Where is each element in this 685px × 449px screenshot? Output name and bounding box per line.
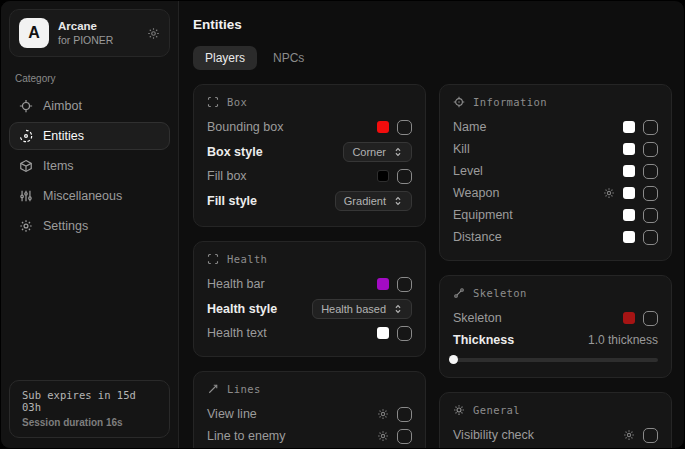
brand-card: A Arcane for PIONER xyxy=(9,9,170,57)
sun-icon xyxy=(453,404,465,416)
checkbox[interactable] xyxy=(643,164,658,179)
box-style-dropdown[interactable]: Corner xyxy=(343,142,412,162)
color-swatch[interactable] xyxy=(623,187,635,199)
checkbox[interactable] xyxy=(643,428,658,443)
cube-icon xyxy=(19,159,33,173)
card-lines: Lines View line Line to enemy xyxy=(193,371,426,448)
setting-label: Level xyxy=(453,164,483,178)
setting-row-visibility-check: Visibility check xyxy=(453,424,658,446)
gear-icon[interactable] xyxy=(377,430,389,442)
fill-style-dropdown[interactable]: Gradient xyxy=(335,191,412,211)
app-name: Arcane xyxy=(58,20,113,32)
setting-label: Equipment xyxy=(453,208,513,222)
color-swatch[interactable] xyxy=(377,170,389,182)
dropdown-value: Corner xyxy=(352,146,386,158)
setting-row-max-distance: Max distance 500m xyxy=(453,446,658,448)
bone-icon xyxy=(453,287,465,299)
target-icon xyxy=(453,96,465,108)
brand-text: Arcane for PIONER xyxy=(58,20,113,46)
checkbox[interactable] xyxy=(397,407,412,422)
gear-icon[interactable] xyxy=(623,429,635,441)
setting-label: Thickness xyxy=(453,333,514,347)
setting-row-box-style: Box style Corner xyxy=(207,138,412,165)
checkbox[interactable] xyxy=(643,208,658,223)
color-swatch[interactable] xyxy=(623,231,635,243)
thickness-slider[interactable] xyxy=(453,353,658,365)
checkbox[interactable] xyxy=(643,120,658,135)
color-swatch[interactable] xyxy=(377,278,389,290)
setting-label: Visibility check xyxy=(453,428,534,442)
color-swatch[interactable] xyxy=(623,165,635,177)
setting-label: Distance xyxy=(453,230,502,244)
checkbox[interactable] xyxy=(643,186,658,201)
page-title: Entities xyxy=(193,17,672,32)
tab-players[interactable]: Players xyxy=(193,46,257,70)
sidebar-item-settings[interactable]: Settings xyxy=(9,212,170,240)
checkbox[interactable] xyxy=(397,169,412,184)
entities-icon xyxy=(19,129,33,143)
setting-row-view-line: View line xyxy=(207,403,412,425)
unfold-icon xyxy=(393,196,403,206)
slider-thumb[interactable] xyxy=(449,355,458,364)
session-duration-text: Session duration 16s xyxy=(22,417,157,428)
gear-icon[interactable] xyxy=(603,187,615,199)
checkbox[interactable] xyxy=(643,230,658,245)
color-swatch[interactable] xyxy=(377,327,389,339)
color-swatch[interactable] xyxy=(623,121,635,133)
checkbox[interactable] xyxy=(397,429,412,444)
tab-npcs[interactable]: NPCs xyxy=(261,46,316,70)
color-swatch[interactable] xyxy=(377,121,389,133)
setting-row-weapon: Weapon xyxy=(453,182,658,204)
gear-icon[interactable] xyxy=(377,408,389,420)
unfold-icon xyxy=(393,147,403,157)
sub-expiry-text: Sub expires in 15d 03h xyxy=(22,389,157,413)
card-skeleton-header: Skeleton xyxy=(453,287,658,299)
card-box: Box Bounding box Box style Corner xyxy=(193,84,426,227)
color-swatch[interactable] xyxy=(623,143,635,155)
card-box-header: Box xyxy=(207,96,412,108)
setting-label: View line xyxy=(207,407,257,421)
sidebar-item-aimbot[interactable]: Aimbot xyxy=(9,92,170,120)
card-general-header: General xyxy=(453,404,658,416)
crosshair-icon xyxy=(19,99,33,113)
card-health: Health Health bar Health style Health ba… xyxy=(193,241,426,357)
setting-label: Fill box xyxy=(207,169,247,183)
subscription-card: Sub expires in 15d 03h Session duration … xyxy=(9,380,170,438)
settings-grid: Box Bounding box Box style Corner xyxy=(193,84,672,448)
sliders-icon xyxy=(19,189,33,203)
bounding-box-icon xyxy=(207,96,219,108)
sidebar-item-label: Miscellaneous xyxy=(43,189,122,203)
setting-label: Health text xyxy=(207,326,267,340)
dropdown-value: Health based xyxy=(321,303,386,315)
health-style-dropdown[interactable]: Health based xyxy=(312,299,412,319)
checkbox[interactable] xyxy=(397,277,412,292)
color-swatch[interactable] xyxy=(623,312,635,324)
setting-row-skeleton: Skeleton xyxy=(453,307,658,329)
setting-label: Box style xyxy=(207,145,263,159)
setting-row-equipment: Equipment xyxy=(453,204,658,226)
dropdown-value: Gradient xyxy=(344,195,386,207)
gear-icon[interactable] xyxy=(147,27,160,40)
card-information: Information Name Kill xyxy=(439,84,672,261)
setting-row-distance: Distance xyxy=(453,226,658,248)
health-brackets-icon xyxy=(207,253,219,265)
checkbox[interactable] xyxy=(643,142,658,157)
sidebar-item-entities[interactable]: Entities xyxy=(9,122,170,150)
thickness-value: 1.0 thickness xyxy=(588,333,658,347)
setting-label: Skeleton xyxy=(453,311,502,325)
setting-row-health-style: Health style Health based xyxy=(207,295,412,322)
checkbox[interactable] xyxy=(397,120,412,135)
setting-label: Name xyxy=(453,120,486,134)
sidebar-item-miscellaneous[interactable]: Miscellaneous xyxy=(9,182,170,210)
diagonal-line-icon xyxy=(207,383,219,395)
card-title: Lines xyxy=(227,383,261,395)
setting-row-thickness: Thickness 1.0 thickness xyxy=(453,329,658,350)
color-swatch[interactable] xyxy=(623,209,635,221)
card-information-header: Information xyxy=(453,96,658,108)
sidebar-item-items[interactable]: Items xyxy=(9,152,170,180)
card-skeleton: Skeleton Skeleton Thickness 1.0 thicknes… xyxy=(439,275,672,378)
checkbox[interactable] xyxy=(643,311,658,326)
left-column: Box Bounding box Box style Corner xyxy=(193,84,426,448)
checkbox[interactable] xyxy=(397,326,412,341)
setting-row-fill-style: Fill style Gradient xyxy=(207,187,412,214)
